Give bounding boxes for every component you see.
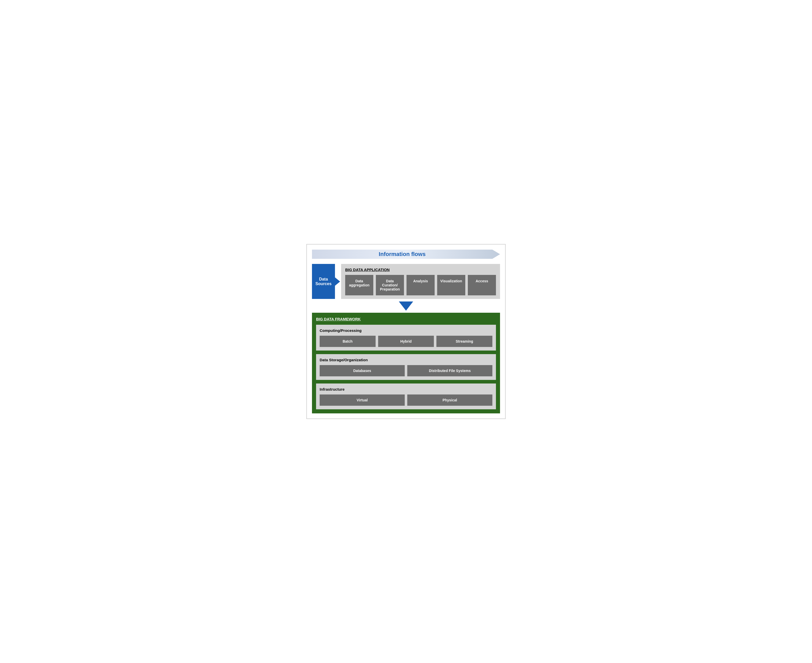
framework-item-virtual: Virtual bbox=[320, 395, 405, 406]
framework-item-batch: Batch bbox=[320, 336, 375, 347]
big-data-framework-box: BIG DATA FRAMEWORK Computing/Processing … bbox=[312, 313, 500, 413]
top-section: Data Sources BIG DATA APPLICATION Data a… bbox=[312, 264, 500, 299]
framework-item-physical: Physical bbox=[407, 395, 492, 406]
main-container: Information flows Data Sources BIG DATA … bbox=[306, 244, 506, 419]
data-sources-label: Data Sources bbox=[315, 277, 332, 286]
info-flows-row: Information flows bbox=[312, 250, 500, 259]
app-item-visualization: Visualization bbox=[437, 275, 465, 295]
framework-item-streaming: Streaming bbox=[437, 336, 492, 347]
framework-item-distributed-file-systems: Distributed File Systems bbox=[407, 365, 492, 376]
framework-title: BIG DATA FRAMEWORK bbox=[316, 317, 496, 321]
infrastructure-title: Infrastructure bbox=[320, 387, 492, 391]
framework-item-hybrid: Hybrid bbox=[378, 336, 434, 347]
big-data-app-title: BIG DATA APPLICATION bbox=[345, 267, 496, 272]
data-storage-section: Data Storage/Organization Databases Dist… bbox=[316, 354, 496, 380]
app-item-access: Access bbox=[468, 275, 496, 295]
computing-processing-title: Computing/Processing bbox=[320, 328, 492, 333]
data-storage-title: Data Storage/Organization bbox=[320, 358, 492, 362]
app-item-analysis: Analysis bbox=[406, 275, 435, 295]
data-sources-box: Data Sources bbox=[312, 264, 335, 299]
infrastructure-items-row: Virtual Physical bbox=[320, 395, 492, 406]
storage-items-row: Databases Distributed File Systems bbox=[320, 365, 492, 376]
down-arrow-container bbox=[312, 301, 500, 310]
info-flows-arrow: Information flows bbox=[312, 250, 500, 259]
down-arrow-icon bbox=[399, 301, 413, 310]
framework-item-databases: Databases bbox=[320, 365, 405, 376]
app-item-data-curation: Data Curation/ Preparation bbox=[376, 275, 404, 295]
computing-processing-section: Computing/Processing Batch Hybrid Stream… bbox=[316, 325, 496, 351]
infrastructure-section: Infrastructure Virtual Physical bbox=[316, 383, 496, 409]
arrow-bar: Information flows bbox=[312, 250, 500, 259]
info-flows-label: Information flows bbox=[379, 251, 425, 257]
app-items-row: Data aggregation Data Curation/ Preparat… bbox=[345, 275, 496, 295]
app-item-data-aggregation: Data aggregation bbox=[345, 275, 373, 295]
computing-items-row: Batch Hybrid Streaming bbox=[320, 336, 492, 347]
arrow-right-icon bbox=[335, 277, 340, 286]
big-data-application-box: BIG DATA APPLICATION Data aggregation Da… bbox=[341, 264, 500, 299]
